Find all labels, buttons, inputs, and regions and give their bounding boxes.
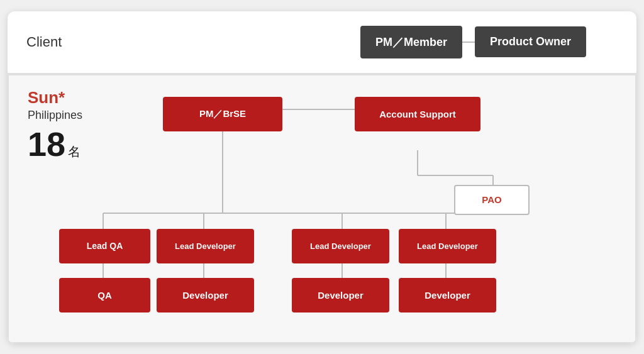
account-support-node: Account Support	[355, 97, 480, 131]
top-section: Client PM／Member Product Owner	[8, 11, 636, 74]
dev-2-node: Developer	[292, 278, 389, 313]
lead-qa-node: Lead QA	[59, 229, 150, 263]
bottom-section: Sun* Philippines 18 名	[8, 74, 636, 343]
lead-dev-2-node: Lead Developer	[292, 229, 389, 263]
pm-member-node: PM／Member	[360, 26, 462, 58]
org-chart-container: PM／BrSE Account Support PAO Lead QA Lead…	[65, 91, 581, 323]
dev-3-node: Developer	[399, 278, 496, 313]
pao-node: PAO	[454, 185, 530, 215]
qa-node: QA	[59, 278, 150, 313]
pm-brse-node: PM／BrSE	[163, 97, 282, 131]
count-number: 18	[28, 127, 65, 161]
main-container: Client PM／Member Product Owner Sun	[8, 11, 636, 343]
dev-1-node: Developer	[157, 278, 254, 313]
product-owner-node: Product Owner	[475, 26, 586, 57]
client-label: Client	[26, 34, 108, 50]
lead-dev-3-node: Lead Developer	[399, 229, 496, 263]
lead-dev-1-node: Lead Developer	[157, 229, 254, 263]
